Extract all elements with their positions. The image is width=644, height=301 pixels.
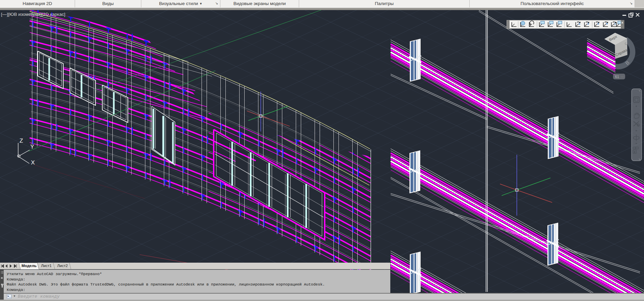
- svg-text:61: 61: [615, 75, 619, 79]
- svg-text:x: x: [621, 21, 623, 24]
- svg-text:X: X: [31, 159, 35, 166]
- svg-text:Z: Z: [20, 138, 23, 144]
- svg-text:[—][ЮВ изометрия][2D каркас]: [—][ЮВ изометрия][2D каркас]: [1, 12, 65, 17]
- svg-text:Y: Y: [30, 144, 34, 150]
